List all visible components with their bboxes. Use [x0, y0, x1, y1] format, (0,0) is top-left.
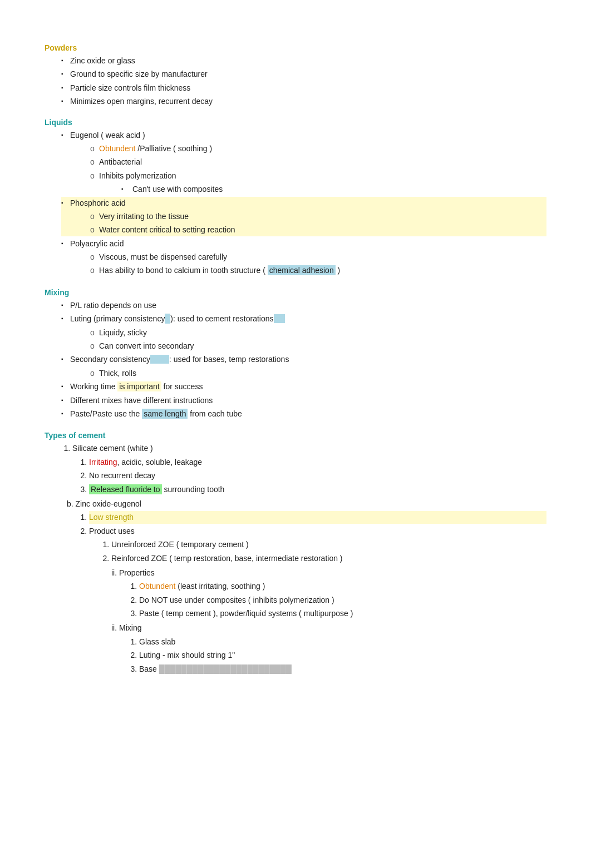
paste-item: Paste/Paste use the same length from eac… [61, 408, 546, 420]
powders-list: Zinc oxide or glass Ground to specific s… [45, 54, 546, 108]
polyacrylic-item: Polyacrylic acid Viscous, must be dispen… [61, 237, 546, 277]
polyacrylic-sublist: Viscous, must be dispensed carefully Has… [70, 251, 546, 277]
polyacrylic-text: Polyacrylic acid [70, 239, 124, 248]
powders-section: Powders Zinc oxide or glass Ground to sp… [45, 43, 546, 108]
zoe-mixing-section: ii. Mixing Glass slab Luting - mix shoul… [67, 622, 546, 675]
secondary-item: Secondary consistency : used for bases, … [61, 353, 546, 379]
zoe-sublist: Low strength Product uses Unreinforced Z… [67, 511, 546, 564]
list-item: Obtundent /Palliative ( soothing ) [88, 142, 546, 155]
low-strength-item: Low strength [89, 511, 546, 523]
types-header: Types of cement [45, 431, 546, 440]
list-item: Water content critical to setting reacti… [88, 224, 541, 236]
list-item: Glass slab [139, 636, 546, 648]
eugenol-text: Eugenol ( weak acid ) [70, 131, 145, 140]
list-item: Irritating, acidic, soluble, leakage [89, 456, 546, 468]
list-item: Base ████████████████████████ [139, 663, 546, 675]
mixing-section: Mixing P/L ratio depends on use Luting (… [45, 288, 546, 420]
list-item: Paste ( temp cement ), powder/liquid sys… [139, 607, 546, 619]
powders-header: Powders [45, 43, 546, 52]
list-item: Liquidy, sticky [88, 326, 546, 339]
types-section: Types of cement Silicate cement (white )… [45, 431, 546, 675]
list-item: Can't use with composites [121, 183, 546, 195]
list-item: Luting - mix should string 1" [139, 649, 546, 661]
list-item: Do NOT use under composites ( inhibits p… [139, 594, 546, 606]
mixing-header: Mixing [45, 288, 546, 297]
list-item: Thick, rolls [88, 367, 546, 379]
zoe-mixing-list: Glass slab Luting - mix should string 1"… [111, 636, 546, 675]
product-uses-sublist: Unreinforced ZOE ( temporary cement ) Re… [89, 538, 546, 564]
silicate-item: Silicate cement (white ) Irritating, aci… [72, 442, 546, 495]
list-item: Different mixes have different instructi… [61, 394, 546, 406]
list-item: Antibacterial [88, 156, 546, 168]
zoe-label: b. Zinc oxide-eugenol [67, 499, 141, 508]
list-item: Particle size controls film thickness [61, 82, 546, 94]
list-item: Released fluoride to surrounding tooth [89, 483, 546, 495]
luting-sublist: Liquidy, sticky Can convert into seconda… [70, 326, 546, 353]
liquids-list: Eugenol ( weak acid ) Obtundent /Palliat… [45, 129, 546, 277]
product-uses-item: Product uses Unreinforced ZOE ( temporar… [89, 525, 546, 564]
inhibits-sublist: Can't use with composites [99, 183, 546, 195]
list-item: Unreinforced ZOE ( temporary cement ) [111, 538, 546, 550]
list-item: Ground to specific size by manufacturer [61, 68, 546, 80]
liquids-header: Liquids [45, 118, 546, 127]
zoe-mixing-label: ii. Mixing [111, 623, 141, 632]
list-item: Inhibits polymerization Can't use with c… [88, 170, 546, 196]
list-item: Reinforced ZOE ( temp restoration, base,… [111, 552, 546, 564]
list-item: Obtundent (least irritating, soothing ) [139, 580, 546, 592]
mixing-list: P/L ratio depends on use Luting (primary… [45, 299, 546, 420]
list-item: Viscous, must be dispensed carefully [88, 251, 546, 263]
list-item: Has ability to bond to calcium in tooth … [88, 264, 546, 276]
working-time-item: Working time is important for success [61, 380, 546, 393]
list-item: Zinc oxide or glass [61, 54, 546, 67]
list-item: No recurrent decay [89, 469, 546, 482]
types-numbered-list: Silicate cement (white ) Irritating, aci… [45, 442, 546, 495]
luting-item: Luting (primary consistency ): used to c… [61, 313, 546, 352]
silicate-sublist: Irritating, acidic, soluble, leakage No … [72, 456, 546, 495]
properties-label: ii. Properties [111, 568, 155, 577]
phosphoric-item: Phosphoric acid Very irritating to the t… [61, 197, 546, 236]
zoe-section: b. Zinc oxide-eugenol Low strength Produ… [45, 498, 546, 675]
eugenol-sublist: Obtundent /Palliative ( soothing ) Antib… [70, 142, 546, 196]
properties-section: ii. Properties Obtundent (least irritati… [67, 567, 546, 620]
properties-list: Obtundent (least irritating, soothing ) … [111, 580, 546, 619]
eugenol-item: Eugenol ( weak acid ) Obtundent /Palliat… [61, 129, 546, 196]
obtundent-label: Obtundent [99, 144, 135, 153]
list-item: Very irritating to the tissue [88, 210, 541, 222]
secondary-sublist: Thick, rolls [70, 367, 546, 379]
silicate-label: Silicate cement (white ) [72, 444, 153, 453]
phosphoric-sublist: Very irritating to the tissue Water cont… [70, 210, 541, 236]
list-item: Can convert into secondary [88, 340, 546, 352]
phosphoric-text: Phosphoric acid [70, 199, 126, 207]
list-item: P/L ratio depends on use [61, 299, 546, 311]
list-item: Minimizes open margins, recurrent decay [61, 95, 546, 107]
liquids-section: Liquids Eugenol ( weak acid ) Obtundent … [45, 118, 546, 277]
